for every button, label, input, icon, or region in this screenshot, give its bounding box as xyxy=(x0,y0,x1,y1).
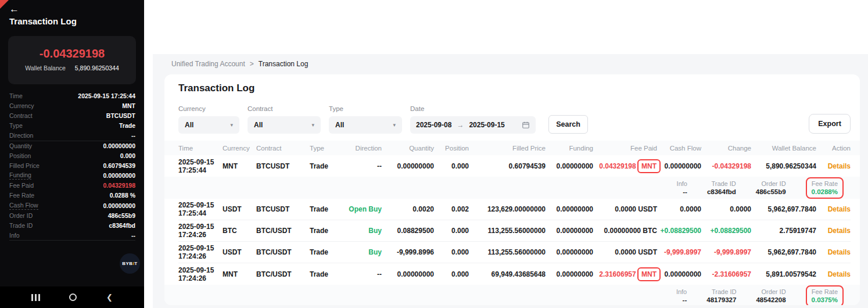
table-row: 2025-09-1517:24:26USDTBTC/USDTTradeBuy-9… xyxy=(178,242,851,263)
cell-wallet-balance: 5,890.96250344 xyxy=(751,162,816,170)
type-filter: Type All ▾ xyxy=(329,105,402,134)
time-date: 2025-09-15 xyxy=(178,266,223,274)
cell-cash-flow: 0.0000 xyxy=(657,205,701,213)
back-arrow-icon[interactable]: ← xyxy=(9,3,19,15)
cell-filled-price: 123,629.00000000 xyxy=(469,205,546,213)
detail-value: 0.0288% xyxy=(812,188,838,195)
date-from[interactable]: 2025-09-08 xyxy=(416,121,451,129)
phone-field-label: Position xyxy=(9,152,31,159)
phone-field-row: Info-- xyxy=(9,231,135,241)
cell-direction: Buy xyxy=(340,227,382,235)
cell-quantity: 0.0020 xyxy=(382,205,434,213)
nav-back-icon[interactable]: ❮ xyxy=(106,293,113,301)
details-link[interactable]: Details xyxy=(828,248,851,256)
time-clock: 17:24:26 xyxy=(178,274,223,282)
contract-select[interactable]: All ▾ xyxy=(248,116,321,134)
cell-type: Trade xyxy=(310,227,340,235)
details-link[interactable]: Details xyxy=(828,205,851,213)
cell-time: 2025-09-1517:24:26 xyxy=(178,223,223,239)
date-filter: Date 2025-09-08 → 2025-09-15 xyxy=(410,105,536,134)
android-nav-bar: ❮ xyxy=(0,286,144,308)
cell-time: 2025-09-1517:25:44 xyxy=(178,201,223,217)
detail-item-order-id: Order ID486c55b9 xyxy=(756,180,786,195)
cell-action: Details xyxy=(816,162,851,170)
table-row: 2025-09-1517:25:44MNTBTCUSDTTrade--0.000… xyxy=(178,155,851,177)
type-select[interactable]: All ▾ xyxy=(329,116,402,134)
time-date: 2025-09-15 xyxy=(178,201,223,209)
chevron-down-icon: ▾ xyxy=(311,122,314,128)
export-button[interactable]: Export xyxy=(809,114,851,134)
cell-fee-paid: 0.0000 USDT xyxy=(593,248,657,256)
breadcrumb-parent-link[interactable]: Unified Trading Account xyxy=(171,60,245,68)
detail-value: 48179327 xyxy=(706,296,736,303)
cell-change: -9,999.8997 xyxy=(701,248,751,256)
phone-page-title: Transaction Log xyxy=(9,16,77,26)
column-header: Funding xyxy=(546,145,593,152)
search-button[interactable]: Search xyxy=(548,115,588,134)
phone-field-value: MNT xyxy=(122,102,135,109)
cell-type: Trade xyxy=(310,248,340,256)
fee-unit: BTC xyxy=(643,227,657,235)
column-header: Change xyxy=(701,145,751,152)
breadcrumb: Unified Trading Account > Transaction Lo… xyxy=(171,60,308,68)
cell-filled-price: 113,255.56000000 xyxy=(469,227,546,235)
calendar-icon[interactable] xyxy=(522,121,530,129)
fee-rate-annotation-box: Fee Rate0.0375% xyxy=(806,285,844,305)
corner-marker-triangle xyxy=(0,0,9,9)
cell-filled-price: 69,949.43685648 xyxy=(469,270,546,278)
cell-funding: 0.00000000 xyxy=(546,270,593,278)
phone-field-label: Fee Paid xyxy=(9,182,34,189)
fee-unit: USDT xyxy=(638,248,657,256)
home-icon[interactable] xyxy=(69,293,77,301)
cell-funding: 0.00000000 xyxy=(546,205,593,213)
phone-field-row: Quantity0.00000000 xyxy=(9,141,135,151)
cell-position: 0.000 xyxy=(434,227,469,235)
cell-wallet-balance: 5,891.00579542 xyxy=(751,270,816,278)
time-date: 2025-09-15 xyxy=(178,244,223,252)
cell-quantity: 0.08829500 xyxy=(382,227,434,235)
details-link[interactable]: Details xyxy=(828,227,851,235)
fee-value: 0.0000 xyxy=(615,248,638,256)
cell-currency: USDT xyxy=(223,248,256,256)
cell-direction: Open Buy xyxy=(340,205,382,213)
cell-fee-paid: 0.00000000 BTC xyxy=(593,227,657,235)
cell-contract: BTC/USDT xyxy=(256,270,310,278)
chevron-down-icon: ▾ xyxy=(393,122,396,128)
cell-position: 0.000 xyxy=(434,270,469,278)
table-row: 2025-09-1517:24:26BTCBTC/USDTTradeBuy0.0… xyxy=(178,220,851,242)
cell-currency: BTC xyxy=(223,227,256,235)
phone-field-label: Currency xyxy=(9,102,34,109)
date-to[interactable]: 2025-09-15 xyxy=(469,121,504,129)
details-link[interactable]: Details xyxy=(828,270,851,278)
change-amount: -0.04329198 xyxy=(8,47,136,60)
detail-label: Trade ID xyxy=(707,180,736,187)
detail-label: Order ID xyxy=(756,288,785,295)
phone-field-value: Trade xyxy=(119,122,135,129)
phone-field-value: 0.04329198 xyxy=(103,182,135,189)
cell-quantity: -9,999.8996 xyxy=(382,248,434,256)
cell-funding: 0.00000000 xyxy=(546,227,593,235)
cell-quantity: 0.00000000 xyxy=(382,270,434,278)
time-date: 2025-09-15 xyxy=(178,158,223,166)
fee-value: 0.00000000 xyxy=(604,227,643,235)
breadcrumb-current: Transaction Log xyxy=(259,60,309,68)
recents-icon[interactable] xyxy=(31,294,40,301)
cell-change: -0.04329198 xyxy=(701,162,751,170)
date-range-picker[interactable]: 2025-09-08 → 2025-09-15 xyxy=(410,116,536,134)
phone-field-value: c8364fbd xyxy=(109,222,135,229)
cell-position: 0.000 xyxy=(434,162,469,170)
currency-select[interactable]: All ▾ xyxy=(178,116,239,134)
cell-wallet-balance: 5,962,697.7840 xyxy=(751,205,816,213)
breadcrumb-separator: > xyxy=(250,60,254,68)
phone-field-row: Direction-- xyxy=(9,131,135,141)
cell-cash-flow: 0.00000000 xyxy=(657,270,701,278)
column-header: Fee Paid xyxy=(593,145,657,152)
cell-type: Trade xyxy=(310,270,340,278)
cell-fee-paid: 0.04329198 MNT xyxy=(593,161,657,171)
phone-field-value: 0.00000000 xyxy=(103,202,135,209)
cell-direction: Buy xyxy=(340,248,382,256)
cell-funding: 0.00000000 xyxy=(546,162,593,170)
phone-field-row: Time2025-09-15 17:25:44 xyxy=(9,91,135,101)
phone-field-label: Order ID xyxy=(9,212,33,219)
details-link[interactable]: Details xyxy=(828,162,851,170)
